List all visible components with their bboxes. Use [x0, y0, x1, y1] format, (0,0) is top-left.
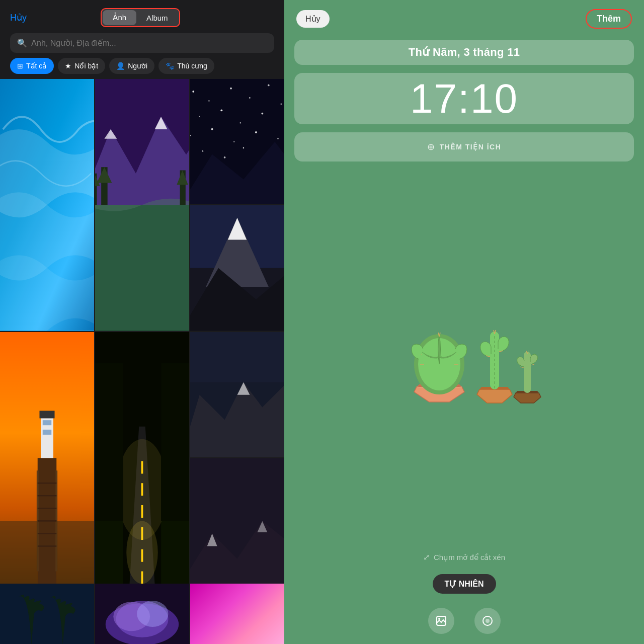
svg-point-29	[277, 138, 278, 139]
svg-rect-53	[43, 429, 52, 434]
filter-icon	[481, 615, 494, 627]
top-nav: Hủy Ảnh Album	[10, 8, 274, 27]
svg-point-26	[211, 128, 213, 130]
cactus-right	[514, 351, 541, 403]
widget-label: THÊM TIỆN ÍCH	[440, 143, 502, 151]
cancel-button-left[interactable]: Hủy	[10, 12, 27, 23]
photo-stars[interactable]	[190, 79, 284, 204]
photo-pink-gradient[interactable]	[190, 584, 284, 644]
crop-hint-text: Chụm mở để cắt xén	[434, 553, 505, 562]
filter-pets-label: Thú cưng	[177, 62, 207, 70]
svg-point-21	[220, 109, 222, 111]
time-box: 17:10	[294, 73, 634, 124]
photos-tab[interactable]: Ảnh	[103, 10, 136, 25]
filter-people-label: Người	[128, 62, 147, 70]
image-icon	[435, 615, 447, 627]
cactus-area	[284, 166, 644, 547]
svg-point-62	[126, 521, 158, 584]
photo-rocky2[interactable]	[190, 458, 284, 584]
svg-point-17	[249, 97, 250, 98]
filter-icon-btn[interactable]	[474, 608, 501, 634]
photo-lighthouse[interactable]	[0, 332, 94, 584]
svg-rect-55	[56, 521, 94, 584]
photo-palm[interactable]	[0, 584, 94, 644]
svg-rect-67	[190, 332, 284, 382]
svg-point-19	[280, 104, 281, 105]
wallpaper-icon-btn[interactable]	[428, 608, 454, 634]
filter-all-label: Tất cả	[26, 62, 47, 70]
svg-rect-54	[0, 521, 38, 584]
photo-rocky1[interactable]	[190, 332, 284, 457]
svg-point-32	[243, 147, 244, 148]
grid-icon: ⊞	[17, 62, 23, 70]
filter-pets[interactable]: 🐾 Thú cưng	[158, 58, 214, 74]
segment-control: Ảnh Album	[101, 8, 180, 27]
svg-point-16	[230, 88, 232, 90]
bottom-actions: TỰ NHIÊN	[284, 567, 644, 601]
photo-cloud-purple[interactable]	[95, 584, 189, 644]
time-text: 17:10	[410, 75, 518, 121]
svg-line-96	[531, 364, 534, 365]
svg-line-95	[520, 367, 524, 368]
right-header: Hủy Thêm	[284, 0, 644, 36]
filter-all[interactable]: ⊞ Tất cả	[10, 58, 54, 74]
bottom-strip	[0, 584, 284, 644]
date-text: Thứ Năm, 3 tháng 11	[409, 46, 520, 58]
cactus-illustration	[384, 286, 545, 417]
search-input[interactable]	[31, 39, 267, 48]
star-icon: ★	[65, 62, 71, 70]
svg-point-23	[261, 113, 263, 115]
paw-icon: 🐾	[166, 62, 174, 70]
photo-mountain-dark[interactable]	[190, 205, 284, 331]
svg-rect-92	[524, 352, 531, 393]
photo-picker-panel: Hủy Ảnh Album 🔍 ⊞ Tất cả ★ Nổi bật 👤 Ngư…	[0, 0, 284, 644]
photo-forest-road[interactable]	[95, 332, 189, 584]
search-bar[interactable]: 🔍	[10, 33, 274, 53]
svg-point-30	[202, 150, 203, 151]
svg-rect-6	[95, 205, 189, 331]
albums-tab[interactable]: Album	[136, 10, 178, 25]
svg-point-28	[255, 131, 257, 133]
filter-featured-label: Nổi bật	[74, 62, 98, 70]
svg-point-27	[233, 141, 234, 142]
svg-rect-52	[43, 420, 52, 425]
natural-button[interactable]: TỰ NHIÊN	[433, 574, 496, 594]
plus-icon: ⊕	[427, 141, 435, 152]
svg-point-100	[486, 619, 490, 623]
svg-point-77	[137, 601, 168, 627]
svg-point-20	[199, 116, 200, 117]
crop-icon: ⤢	[423, 552, 430, 562]
add-button[interactable]: Thêm	[586, 9, 632, 29]
svg-point-22	[239, 122, 240, 123]
cancel-button-right[interactable]: Hủy	[296, 10, 330, 28]
lockscreen-preview-panel: Hủy Thêm Thứ Năm, 3 tháng 11 17:10 ⊕ THÊ…	[284, 0, 644, 644]
crop-hint: ⤢ Chụm mở để cắt xén	[284, 547, 644, 567]
svg-point-14	[192, 91, 194, 93]
svg-point-15	[208, 100, 209, 101]
svg-rect-72	[0, 584, 94, 644]
search-icon: 🔍	[17, 38, 27, 48]
svg-point-31	[224, 156, 226, 158]
svg-rect-51	[39, 411, 54, 418]
cactus-left	[412, 333, 467, 402]
widget-box[interactable]: ⊕ THÊM TIỆN ÍCH	[294, 132, 634, 162]
svg-point-18	[268, 85, 270, 87]
date-box: Thứ Năm, 3 tháng 11	[294, 40, 634, 65]
bottom-icons-row	[284, 601, 644, 644]
filter-people[interactable]: 👤 Người	[109, 58, 154, 74]
filter-row: ⊞ Tất cả ★ Nổi bật 👤 Người 🐾 Thú cưng	[0, 58, 284, 79]
svg-point-98	[438, 618, 440, 620]
photo-ocean[interactable]	[0, 79, 94, 331]
person-icon: 👤	[116, 62, 125, 70]
left-header: Hủy Ảnh Album 🔍	[0, 0, 284, 58]
filter-featured[interactable]: ★ Nổi bật	[58, 58, 105, 74]
cactus-middle	[477, 330, 512, 403]
photo-mountain-lake[interactable]	[95, 79, 189, 331]
